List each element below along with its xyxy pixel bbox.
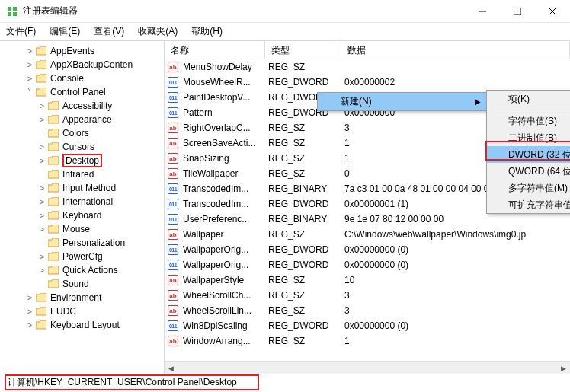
tree-item[interactable]: >Mouse bbox=[0, 222, 164, 236]
list-row[interactable]: abWindowArrang...REG_SZ1 bbox=[165, 333, 570, 349]
tree-item[interactable]: >Input Method bbox=[0, 181, 164, 195]
tree-item[interactable]: >Console bbox=[0, 72, 164, 85]
expand-icon[interactable]: > bbox=[24, 60, 35, 69]
cell-name: RightOverlapC... bbox=[178, 123, 264, 133]
cell-name: WheelScrollCh... bbox=[178, 290, 264, 301]
tree-item[interactable]: >AppXBackupConten bbox=[0, 58, 164, 72]
tree-item[interactable]: Infrared bbox=[0, 167, 164, 181]
tree-item[interactable]: >Keyboard bbox=[0, 209, 164, 222]
close-button[interactable] bbox=[535, 0, 570, 23]
cell-name: Win8DpiScaling bbox=[178, 320, 264, 331]
menu-help[interactable]: 帮助(H) bbox=[191, 25, 223, 38]
submenu-item[interactable]: 字符串值(S) bbox=[487, 113, 570, 129]
expand-icon[interactable]: > bbox=[24, 320, 35, 330]
submenu-item[interactable]: DWORD (32 位)值(D) bbox=[487, 146, 570, 163]
list-row[interactable]: abWheelScrollLin...REG_SZ3 bbox=[165, 303, 570, 318]
folder-icon bbox=[47, 251, 59, 262]
scrollbar-horizontal[interactable]: ◀ ▶ bbox=[165, 361, 570, 374]
minimize-button[interactable] bbox=[465, 0, 500, 23]
folder-icon bbox=[35, 87, 47, 97]
folder-icon bbox=[35, 320, 47, 330]
tree-item[interactable]: >Cursors bbox=[0, 140, 164, 154]
expand-icon[interactable]: > bbox=[37, 197, 47, 206]
list-row[interactable]: abWheelScrollCh...REG_SZ3 bbox=[165, 288, 570, 303]
list-row[interactable]: abMenuShowDelayREG_SZ bbox=[165, 59, 570, 75]
folder-icon bbox=[47, 183, 59, 193]
submenu-item[interactable]: 二进制值(B) bbox=[487, 129, 570, 146]
col-name[interactable]: 名称 bbox=[165, 41, 265, 59]
cell-name: TranscodedIm... bbox=[178, 199, 264, 209]
window-title: 注册表编辑器 bbox=[23, 5, 465, 18]
menu-bar: 文件(F) 编辑(E) 查看(V) 收藏夹(A) 帮助(H) bbox=[0, 23, 570, 41]
expand-icon[interactable]: > bbox=[37, 225, 47, 234]
string-icon: ab bbox=[168, 168, 178, 179]
menu-file[interactable]: 文件(F) bbox=[6, 25, 36, 38]
tree-item[interactable]: Sound bbox=[0, 277, 164, 291]
tree-label: Input Method bbox=[62, 183, 116, 193]
tree-item[interactable]: >AppEvents bbox=[0, 44, 164, 58]
scroll-left-icon[interactable]: ◀ bbox=[165, 362, 178, 374]
col-data[interactable]: 数据 bbox=[341, 41, 570, 59]
folder-icon bbox=[47, 224, 59, 234]
submenu-item[interactable]: 项(K) bbox=[487, 91, 570, 107]
cell-data: 0x00000000 (0) bbox=[340, 260, 570, 270]
tree-item[interactable]: >International bbox=[0, 195, 164, 209]
expand-icon[interactable]: > bbox=[37, 252, 47, 261]
string-icon: ab bbox=[168, 275, 178, 285]
title-bar: 注册表编辑器 bbox=[0, 0, 570, 23]
submenu-item[interactable]: QWORD (64 位)值(Q) bbox=[487, 163, 570, 180]
list-row[interactable]: 011WallpaperOrig...REG_DWORD0x00000000 (… bbox=[165, 242, 570, 257]
expand-icon[interactable]: > bbox=[37, 156, 47, 165]
tree-item[interactable]: >PowerCfg bbox=[0, 250, 164, 263]
svg-rect-1 bbox=[13, 7, 17, 11]
list-row[interactable]: 011MouseWheelR...REG_DWORD0x00000002 bbox=[165, 75, 570, 90]
expand-icon[interactable]: > bbox=[24, 74, 35, 83]
svg-rect-3 bbox=[13, 12, 17, 16]
cell-data: 1 bbox=[340, 336, 570, 346]
expand-icon[interactable]: > bbox=[37, 211, 47, 220]
menu-view[interactable]: 查看(V) bbox=[94, 25, 124, 38]
cell-data: C:\Windows\web\wallpaper\Windows\img0.jp bbox=[340, 229, 570, 240]
tree-item[interactable]: >Accessibility bbox=[0, 99, 164, 113]
tree-item[interactable]: ˅Control Panel bbox=[0, 85, 164, 99]
list-row[interactable]: 011Win8DpiScalingREG_DWORD0x00000000 (0) bbox=[165, 318, 570, 333]
cell-data: 10 bbox=[340, 275, 570, 285]
submenu-new[interactable]: 项(K)字符串值(S)二进制值(B)DWORD (32 位)值(D)QWORD … bbox=[486, 90, 570, 214]
context-menu[interactable]: 新建(N)▶ bbox=[317, 92, 488, 111]
col-type[interactable]: 类型 bbox=[265, 41, 341, 59]
tree-item[interactable]: >Appearance bbox=[0, 113, 164, 126]
expand-icon[interactable]: > bbox=[24, 307, 35, 316]
scroll-right-icon[interactable]: ▶ bbox=[557, 362, 570, 374]
expand-icon[interactable]: > bbox=[24, 46, 35, 56]
expand-icon[interactable]: > bbox=[37, 142, 47, 151]
list-row[interactable]: abWallpaperStyleREG_SZ10 bbox=[165, 272, 570, 288]
tree-label: Mouse bbox=[62, 224, 90, 234]
list-row[interactable]: abWallpaperREG_SZC:\Windows\web\wallpape… bbox=[165, 227, 570, 242]
maximize-button[interactable] bbox=[500, 0, 535, 23]
submenu-item[interactable]: 可扩充字符串值(E) bbox=[487, 196, 570, 213]
tree-item[interactable]: >Environment bbox=[0, 291, 164, 304]
tree-item[interactable]: >Desktop bbox=[0, 154, 164, 167]
expand-icon[interactable]: > bbox=[37, 266, 47, 275]
menu-edit[interactable]: 编辑(E) bbox=[50, 25, 80, 38]
tree-item[interactable]: >Keyboard Layout bbox=[0, 318, 164, 332]
list-row[interactable]: 011WallpaperOrig...REG_DWORD0x00000000 (… bbox=[165, 257, 570, 272]
tree-item[interactable]: >EUDC bbox=[0, 304, 164, 318]
cell-type: REG_SZ bbox=[264, 168, 340, 179]
expand-icon[interactable]: > bbox=[37, 115, 47, 124]
list-row[interactable]: 011UserPreferenc...REG_BINARY9e 1e 07 80… bbox=[165, 212, 570, 227]
tree-item[interactable]: >Quick Actions bbox=[0, 263, 164, 277]
menu-item-new[interactable]: 新建(N)▶ bbox=[318, 93, 487, 110]
binary-icon: 011 bbox=[168, 199, 178, 209]
expand-icon[interactable]: > bbox=[24, 293, 35, 302]
tree-item[interactable]: Personalization bbox=[0, 236, 164, 250]
expand-icon[interactable]: > bbox=[37, 101, 47, 110]
expand-icon[interactable]: > bbox=[37, 183, 47, 193]
tree-label: Keyboard Layout bbox=[50, 320, 120, 330]
menu-favorites[interactable]: 收藏夹(A) bbox=[138, 25, 178, 38]
svg-rect-0 bbox=[8, 7, 11, 11]
expand-icon[interactable]: ˅ bbox=[24, 88, 35, 97]
tree-item[interactable]: Colors bbox=[0, 126, 164, 140]
submenu-item[interactable]: 多字符串值(M) bbox=[487, 180, 570, 196]
tree-pane[interactable]: >AppEvents>AppXBackupConten>Console˅Cont… bbox=[0, 41, 165, 374]
